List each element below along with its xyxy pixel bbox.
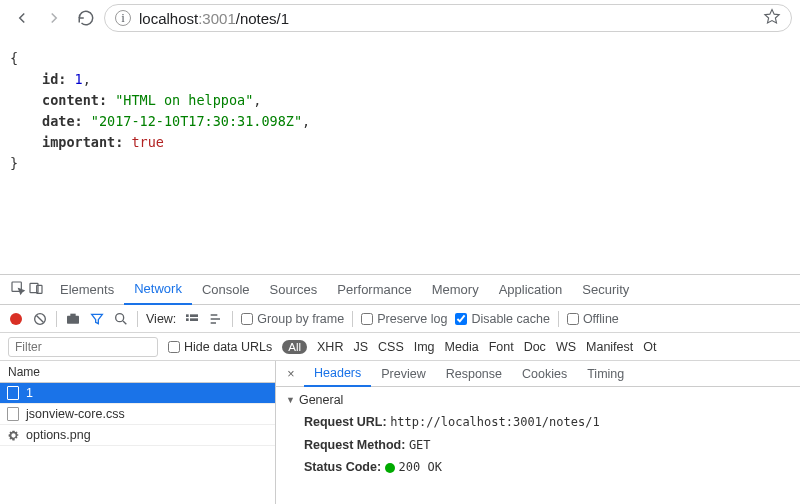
svg-rect-4: [67, 315, 79, 323]
svg-rect-9: [186, 318, 189, 321]
close-detail-icon[interactable]: ×: [282, 367, 300, 381]
devtools-tab-console[interactable]: Console: [192, 275, 260, 305]
address-bar[interactable]: i localhost:3001/notes/1: [104, 4, 792, 32]
large-rows-icon[interactable]: [184, 311, 200, 327]
status-code-row: Status Code: 200 OK: [286, 456, 790, 479]
preserve-log-checkbox[interactable]: Preserve log: [361, 312, 447, 326]
request-row[interactable]: jsonview-core.css: [0, 404, 275, 425]
json-row: id: 1,: [10, 69, 790, 90]
request-name: options.png: [26, 428, 91, 442]
filter-type-ot[interactable]: Ot: [643, 340, 656, 354]
network-filter-bar: Hide data URLs All XHRJSCSSImgMediaFontD…: [0, 333, 800, 361]
request-name: 1: [26, 386, 33, 400]
svg-rect-8: [190, 314, 198, 317]
capture-screenshot-icon[interactable]: [65, 311, 81, 327]
gear-icon: [6, 428, 20, 442]
document-icon: [6, 386, 20, 400]
offline-checkbox[interactable]: Offline: [567, 312, 619, 326]
request-list-header: Name: [0, 361, 275, 383]
browser-toolbar: i localhost:3001/notes/1: [0, 0, 800, 36]
devtools-tab-elements[interactable]: Elements: [50, 275, 124, 305]
waterfall-icon[interactable]: [208, 311, 224, 327]
request-row[interactable]: 1: [0, 383, 275, 404]
detail-tab-headers[interactable]: Headers: [304, 361, 371, 387]
json-viewer: { id: 1,content: "HTML on helppoa",date:…: [0, 36, 800, 186]
request-method-row: Request Method: GET: [286, 434, 790, 457]
filter-type-css[interactable]: CSS: [378, 340, 404, 354]
request-row[interactable]: options.png: [0, 425, 275, 446]
filter-input[interactable]: [8, 337, 158, 357]
bookmark-star-icon[interactable]: [763, 8, 781, 29]
filter-type-font[interactable]: Font: [489, 340, 514, 354]
devtools-tab-performance[interactable]: Performance: [327, 275, 421, 305]
detail-tab-bar: × HeadersPreviewResponseCookiesTiming: [276, 361, 800, 387]
forward-button[interactable]: [40, 4, 68, 32]
url-text: localhost:3001/notes/1: [139, 10, 289, 27]
request-url-row: Request URL: http://localhost:3001/notes…: [286, 411, 790, 434]
devtools-tab-network[interactable]: Network: [124, 275, 192, 305]
devtools-tab-memory[interactable]: Memory: [422, 275, 489, 305]
json-brace-close: }: [10, 153, 790, 174]
device-toggle-icon[interactable]: [28, 280, 44, 299]
filter-type-ws[interactable]: WS: [556, 340, 576, 354]
network-toolbar: View: Group by frame Preserve log Disabl…: [0, 305, 800, 333]
detail-tab-preview[interactable]: Preview: [371, 361, 435, 387]
status-dot-icon: [385, 463, 395, 473]
document-icon: [6, 407, 20, 421]
filter-type-manifest[interactable]: Manifest: [586, 340, 633, 354]
svg-point-6: [116, 313, 124, 321]
svg-rect-5: [70, 313, 75, 316]
site-info-icon[interactable]: i: [115, 10, 131, 26]
svg-rect-7: [186, 314, 189, 317]
json-row: content: "HTML on helppoa",: [10, 90, 790, 111]
clear-button[interactable]: [32, 311, 48, 327]
request-name: jsonview-core.css: [26, 407, 125, 421]
group-by-frame-checkbox[interactable]: Group by frame: [241, 312, 344, 326]
disclosure-triangle-icon: ▼: [286, 395, 295, 405]
search-icon[interactable]: [113, 311, 129, 327]
filter-all[interactable]: All: [282, 340, 307, 354]
json-brace-open: {: [10, 48, 790, 69]
detail-tab-cookies[interactable]: Cookies: [512, 361, 577, 387]
detail-tab-timing[interactable]: Timing: [577, 361, 634, 387]
filter-type-js[interactable]: JS: [353, 340, 368, 354]
json-row: important: true: [10, 132, 790, 153]
filter-icon[interactable]: [89, 311, 105, 327]
hide-data-urls-checkbox[interactable]: Hide data URLs: [168, 340, 272, 354]
filter-type-xhr[interactable]: XHR: [317, 340, 343, 354]
reload-button[interactable]: [72, 4, 100, 32]
back-button[interactable]: [8, 4, 36, 32]
request-list: Name 1jsonview-core.cssoptions.png: [0, 361, 276, 504]
svg-rect-10: [190, 318, 198, 321]
detail-tab-response[interactable]: Response: [436, 361, 512, 387]
devtools-tab-application[interactable]: Application: [489, 275, 573, 305]
filter-type-img[interactable]: Img: [414, 340, 435, 354]
general-section-header[interactable]: ▼ General: [286, 393, 790, 407]
devtools-tab-security[interactable]: Security: [572, 275, 639, 305]
view-label: View:: [146, 312, 176, 326]
json-row: date: "2017-12-10T17:30:31.098Z",: [10, 111, 790, 132]
devtools-tab-bar: ElementsNetworkConsoleSourcesPerformance…: [0, 275, 800, 305]
disable-cache-checkbox[interactable]: Disable cache: [455, 312, 550, 326]
request-detail: × HeadersPreviewResponseCookiesTiming ▼ …: [276, 361, 800, 504]
devtools-tab-sources[interactable]: Sources: [260, 275, 328, 305]
devtools-panel: ElementsNetworkConsoleSourcesPerformance…: [0, 274, 800, 504]
filter-type-doc[interactable]: Doc: [524, 340, 546, 354]
inspect-element-icon[interactable]: [10, 280, 26, 299]
record-button[interactable]: [8, 311, 24, 327]
filter-type-media[interactable]: Media: [445, 340, 479, 354]
